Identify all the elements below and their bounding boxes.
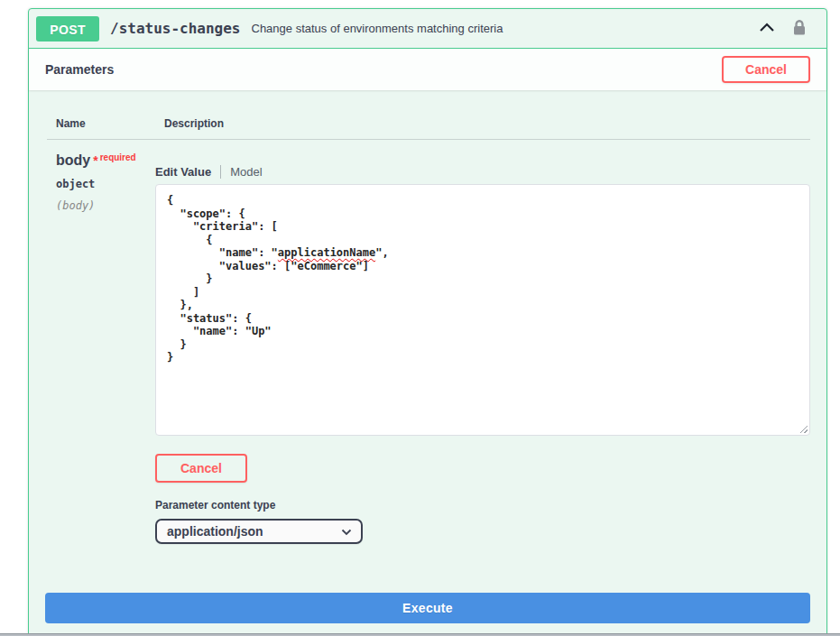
tab-model[interactable]: Model	[230, 165, 262, 179]
tab-edit-value[interactable]: Edit Value	[155, 165, 211, 179]
chevron-down-icon	[341, 523, 352, 539]
endpoint-summary: Change status of environments matching c…	[252, 22, 759, 35]
required-label: required	[100, 152, 136, 162]
parameter-name: body	[56, 152, 90, 168]
body-parameter-row: body*required object (body) Edit Value M…	[47, 140, 810, 544]
method-badge[interactable]: POST	[36, 16, 99, 41]
body-editor-tabs: Edit Value Model	[155, 165, 810, 179]
authorization-button[interactable]	[790, 17, 808, 40]
required-star: *	[93, 153, 97, 168]
name-column-header: Name	[56, 117, 164, 130]
description-column-header: Description	[164, 117, 810, 130]
parameter-name-cell: body*required object (body)	[47, 152, 155, 544]
execute-button[interactable]: Execute	[45, 593, 810, 623]
body-editor-text: { "scope": { "criteria": [ { "name": "ap…	[167, 194, 798, 364]
operation-summary[interactable]: POST /status-changes Change status of en…	[29, 9, 826, 49]
unlock-icon	[790, 17, 808, 40]
parameter-description-cell: Edit Value Model { "scope": { "criteria"…	[155, 152, 810, 544]
parameter-type: object	[56, 178, 155, 190]
parameters-section-header: Parameters Cancel	[29, 49, 826, 90]
resize-handle-icon[interactable]	[798, 423, 808, 433]
operation-block-post: POST /status-changes Change status of en…	[28, 8, 827, 636]
execute-wrapper: Execute	[29, 562, 826, 636]
content-type-label: Parameter content type	[155, 499, 810, 512]
content-type-selected: application/json	[167, 524, 263, 539]
tab-separator	[220, 165, 221, 179]
parameters-title: Parameters	[45, 62, 114, 77]
parameter-in: (body)	[56, 199, 155, 212]
page: { "endpoint": { "method": "POST", "path"…	[0, 0, 840, 636]
content-type-select[interactable]: application/json	[155, 519, 363, 544]
collapse-button[interactable]	[758, 20, 776, 37]
parameters-table-header: Name Description	[47, 117, 810, 140]
chevron-up-icon	[758, 20, 776, 37]
body-editor-textarea[interactable]: { "scope": { "criteria": [ { "name": "ap…	[155, 184, 810, 436]
cancel-try-out-button[interactable]: Cancel	[722, 56, 810, 83]
endpoint-path: /status-changes	[110, 20, 241, 37]
parameters-table: Name Description body*required object (b…	[29, 90, 826, 562]
summary-controls	[758, 17, 819, 40]
cancel-edit-button[interactable]: Cancel	[155, 454, 247, 483]
